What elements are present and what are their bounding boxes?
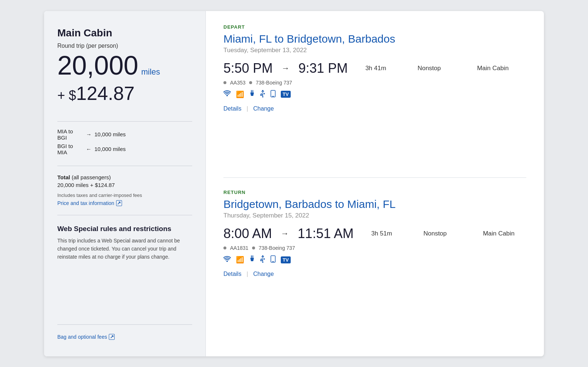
web-special-section: Web Special rules and restrictions This … (57, 225, 192, 261)
depart-duration: 3h 41m (365, 65, 391, 72)
price-amount: 124.87 (76, 83, 135, 104)
round-trip-label: Round trip (per person) (57, 43, 192, 49)
return-section: RETURN Bridgetown, Barbados to Miami, FL… (223, 177, 526, 343)
depart-time: 5:50 PM (223, 61, 273, 76)
return-flight-code: AA1831 (230, 245, 248, 251)
total-amount: 20,000 miles + $124.87 (57, 182, 192, 188)
return-action-row: Details | Change (223, 271, 526, 277)
depart-amenities: 📶 TV (223, 90, 526, 99)
phone-icon (270, 90, 276, 99)
price-tax-link-label: Price and tax information (57, 200, 114, 206)
return-duration: 3h 51m (371, 230, 397, 237)
depart-cabin: Main Cabin (477, 65, 509, 72)
return-arrive-time: 11:51 AM (298, 226, 354, 241)
tv-icon-2: TV (281, 256, 291, 263)
external-icon-1: ↗ (116, 200, 122, 206)
total-passengers: (all passengers) (72, 174, 111, 180)
depart-dot-2 (249, 81, 252, 84)
depart-stops: Nonstop (417, 65, 451, 72)
miles-label: miles (141, 67, 160, 77)
web-special-title: Web Special rules and restrictions (57, 225, 192, 233)
return-depart-time: 8:00 AM (223, 226, 272, 241)
wifi-icon-2: 📶 (236, 90, 244, 98)
route-arrow-2: ← (86, 146, 92, 152)
return-aircraft: 738-Boeing 737 (259, 245, 295, 251)
wifi-icon-1 (223, 90, 231, 98)
route-row-2: BGI to MIA ← 10,000 miles (57, 143, 192, 155)
depart-action-divider: | (247, 105, 248, 112)
svg-rect-12 (252, 255, 253, 258)
cabin-title: Main Cabin (57, 27, 192, 39)
bag-fees-row: Bag and optional fees ↗ (57, 324, 192, 340)
depart-aircraft: 738-Boeing 737 (256, 80, 292, 86)
return-times-row: 8:00 AM → 11:51 AM 3h 51m Nonstop Main C… (223, 226, 526, 241)
svg-point-4 (262, 97, 263, 97)
wifi-icon-3 (223, 256, 231, 264)
route-arrow-1: → (86, 131, 92, 137)
depart-change-link[interactable]: Change (253, 105, 274, 112)
depart-dot (223, 81, 226, 84)
tv-icon: TV (281, 91, 291, 98)
route-row-1: MIA to BGI → 10,000 miles (57, 128, 192, 141)
svg-rect-1 (252, 90, 253, 93)
route-miles-1: 10,000 miles (94, 131, 126, 137)
return-info-row: AA1831 738-Boeing 737 (223, 245, 526, 251)
bag-fees-label: Bag and optional fees (57, 334, 107, 340)
return-tag: RETURN (223, 190, 526, 195)
power-icon-2 (249, 255, 255, 264)
return-dot (223, 247, 226, 249)
depart-tag: DEPART (223, 24, 526, 30)
divider-3 (57, 215, 192, 215)
svg-rect-0 (251, 90, 252, 93)
return-change-link[interactable]: Change (253, 271, 274, 277)
price-prefix: + $ (57, 88, 76, 103)
route-from-2: BGI to MIA (57, 143, 83, 155)
return-route-title: Bridgetown, Barbados to Miami, FL (223, 198, 526, 211)
svg-rect-6 (261, 94, 262, 96)
left-panel: Main Cabin Round trip (per person) 20,00… (44, 11, 206, 356)
route-table: MIA to BGI → 10,000 miles BGI to MIA ← 1… (57, 128, 192, 158)
includes-text: Includes taxes and carrier-imposed fees (57, 193, 192, 198)
svg-rect-17 (261, 260, 262, 261)
depart-times-row: 5:50 PM → 9:31 PM 3h 41m Nonstop Main Ca… (223, 61, 526, 76)
return-amenities: 📶 TV (223, 255, 526, 264)
phone-icon-2 (270, 255, 276, 264)
total-section: Total (all passengers) 20,000 miles + $1… (57, 174, 192, 193)
depart-action-row: Details | Change (223, 105, 526, 112)
depart-info-row: AA353 738-Boeing 737 (223, 80, 526, 86)
return-cabin: Main Cabin (483, 230, 514, 237)
return-date: Thursday, September 15, 2022 (223, 212, 526, 219)
depart-route-title: Miami, FL to Bridgetown, Barbados (223, 33, 526, 45)
power-icon (249, 90, 255, 99)
return-details-link[interactable]: Details (223, 271, 241, 277)
return-arrow: → (281, 229, 289, 238)
external-icon-2: ↗ (109, 334, 115, 340)
route-from-1: MIA to BGI (57, 128, 83, 141)
depart-date: Tuesday, September 13, 2022 (223, 47, 526, 54)
svg-point-15 (262, 262, 263, 263)
miles-amount: 20,000 (57, 52, 138, 79)
right-panel: DEPART Miami, FL to Bridgetown, Barbados… (206, 11, 544, 356)
price-tax-link[interactable]: Price and tax information ↗ (57, 200, 192, 206)
total-label: Total (all passengers) (57, 174, 192, 180)
web-special-text: This trip includes a Web Special award a… (57, 237, 192, 261)
depart-arrow: → (282, 64, 290, 73)
usb-icon (260, 90, 265, 99)
bag-fees-link[interactable]: Bag and optional fees ↗ (57, 334, 115, 340)
price-row: + $124.87 (57, 82, 192, 104)
return-action-divider: | (247, 271, 248, 277)
usb-icon-2 (260, 255, 265, 264)
divider-2 (57, 166, 192, 166)
depart-section: DEPART Miami, FL to Bridgetown, Barbados… (223, 24, 526, 178)
route-miles-2: 10,000 miles (94, 146, 126, 152)
return-dot-2 (252, 247, 255, 249)
depart-flight-code: AA353 (230, 80, 245, 86)
wifi-icon-4: 📶 (236, 256, 244, 264)
svg-rect-11 (251, 255, 252, 258)
return-stops: Nonstop (423, 230, 456, 237)
divider-1 (57, 121, 192, 122)
depart-details-link[interactable]: Details (223, 105, 241, 112)
depart-arrive-time: 9:31 PM (298, 61, 348, 76)
